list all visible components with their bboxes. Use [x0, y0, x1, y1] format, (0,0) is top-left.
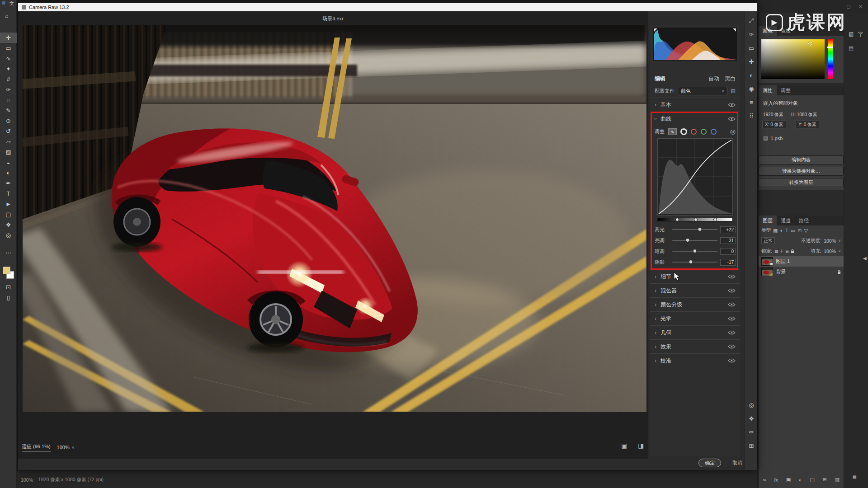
slider-thumb[interactable] [698, 227, 702, 231]
grid-icon[interactable]: ⊞ [745, 439, 758, 452]
hue-slider[interactable] [828, 39, 833, 79]
close-button[interactable]: ✕ [859, 4, 863, 9]
history-brush-tool[interactable]: ↺ [0, 126, 17, 136]
blend-mode-dropdown[interactable]: 正常 [761, 237, 775, 244]
crop-icon[interactable]: ▭ [745, 41, 758, 55]
tone-split-marker[interactable] [694, 218, 698, 221]
eye-icon[interactable] [728, 274, 736, 279]
section-curve[interactable]: › 曲线 [650, 112, 740, 126]
slider-thumb[interactable] [689, 260, 693, 264]
layer-mask-icon[interactable]: ▣ [786, 477, 791, 483]
menu-file[interactable]: 文 [9, 0, 14, 7]
tab-adjustments[interactable]: 调整 [777, 85, 795, 95]
eyedropper-tool[interactable]: ✑ [0, 84, 17, 95]
slider-thumb[interactable] [693, 249, 697, 253]
slider-value[interactable]: -17 [720, 259, 736, 266]
cr-section-row[interactable]: ›颜色分级 [650, 298, 740, 311]
heal-tool[interactable]: ◌ [0, 95, 17, 105]
slider-thumb[interactable] [686, 238, 690, 242]
hue-slider-marker[interactable] [827, 47, 833, 48]
auto-button[interactable]: 自动 [708, 75, 719, 83]
y-position-field[interactable]: Y: 0 像素 [796, 121, 819, 128]
slider-track[interactable] [672, 251, 717, 252]
minimize-button[interactable]: — [834, 4, 838, 9]
color-field[interactable] [761, 39, 825, 79]
color-field-cursor[interactable] [808, 42, 812, 46]
more-tools-icon[interactable]: ⋯ [0, 248, 17, 258]
brush-tool[interactable]: ✎ [0, 105, 17, 116]
x-position-field[interactable]: X: 0 像素 [762, 121, 786, 128]
fill-value[interactable]: 100% [824, 249, 836, 254]
foreground-color-swatch[interactable] [3, 267, 10, 274]
point-channel-icon[interactable] [681, 129, 687, 135]
highlight-clipping-icon[interactable] [733, 28, 736, 32]
preview-image[interactable] [23, 25, 646, 412]
red-channel-icon[interactable] [691, 129, 697, 135]
layer-name[interactable]: 图层 1 [776, 258, 790, 265]
info-panel-icon[interactable]: ▤ [849, 45, 854, 52]
green-channel-icon[interactable] [701, 129, 707, 135]
convert-to-layers-button[interactable]: 转换为图层 [759, 178, 844, 187]
gradient-tool[interactable]: ▨ [0, 147, 17, 157]
convert-to-linked-button[interactable]: 转换为链接对象… [759, 167, 844, 176]
filter-smart-icon[interactable]: ⊡ [797, 228, 802, 234]
tone-curve-graph[interactable] [657, 138, 733, 216]
cr-section-row[interactable]: ›光学 [650, 312, 740, 325]
profile-dropdown[interactable]: 颜色 ∨ [678, 87, 727, 95]
blur-tool[interactable]: ◒ [0, 157, 17, 168]
more-icon[interactable]: ⠿ [745, 109, 758, 122]
shape-tool[interactable]: ▢ [0, 209, 17, 220]
slider-value[interactable]: -31 [720, 237, 736, 244]
eraser-tool[interactable]: ▱ [0, 136, 17, 147]
eye-icon[interactable] [728, 302, 736, 307]
slider-track[interactable] [672, 240, 717, 241]
bw-button[interactable]: 黑白 [725, 75, 736, 83]
cancel-button[interactable]: 取消 [727, 459, 748, 467]
new-group-icon[interactable]: ▢ [810, 477, 814, 483]
hand-icon[interactable]: ❖ [745, 412, 758, 425]
quick-mask-icon[interactable]: ⊡ [0, 282, 17, 292]
layer-thumbnail[interactable] [761, 267, 773, 276]
home-icon[interactable]: ⌂ [5, 13, 8, 19]
targeted-adjustment-icon[interactable]: ◎ [730, 128, 736, 135]
tab-paths[interactable]: 路径 [795, 216, 813, 225]
status-zoom[interactable]: 100% [21, 477, 33, 483]
dialog-titlebar[interactable]: Camera Raw 13.2 [18, 3, 757, 11]
tone-split-marker[interactable] [675, 218, 679, 221]
eye-icon[interactable] [728, 288, 736, 293]
lock-move-icon[interactable]: ✛ [780, 249, 783, 253]
path-select-tool[interactable]: ► [0, 199, 17, 209]
slider-track[interactable] [672, 262, 717, 263]
white-balance-icon[interactable]: ✑ [745, 28, 758, 41]
collapse-panels-icon[interactable]: ◀ [863, 256, 867, 261]
tab-channels[interactable]: 通道 [777, 216, 795, 225]
eye-icon[interactable] [728, 358, 736, 363]
stamp-tool[interactable]: ⊙ [0, 116, 17, 126]
heal-icon[interactable]: ✚ [745, 55, 758, 68]
profile-browser-icon[interactable]: ⊞ [731, 88, 736, 94]
tab-properties[interactable]: 属性 [759, 85, 777, 95]
parametric-curve-icon[interactable]: ∿ [668, 128, 677, 135]
new-layer-icon[interactable]: ⊞ [823, 477, 827, 483]
opacity-value[interactable]: 100% [824, 238, 836, 244]
zoom-icon[interactable]: ◎ [745, 398, 758, 412]
fit-zoom-label[interactable]: 适应 (96.1%) [22, 443, 51, 451]
filter-adjustment-icon[interactable]: ◐ [780, 228, 783, 233]
lock-artboard-icon[interactable]: ⊞ [785, 249, 789, 253]
tab-layers[interactable]: 图层 [759, 216, 777, 225]
expand-icon[interactable]: ⤢ [745, 14, 758, 28]
eye-icon[interactable] [728, 117, 736, 121]
histogram[interactable] [653, 28, 737, 61]
shadow-clipping-icon[interactable] [654, 28, 657, 32]
pen-tool[interactable]: ✒ [0, 178, 17, 188]
delete-layer-icon[interactable]: ▥ [835, 477, 840, 483]
cr-section-row[interactable]: ›几何 [650, 326, 740, 339]
cr-section-row[interactable]: ›混色器 [650, 284, 740, 297]
panel-menu-icon[interactable]: ≣ [852, 474, 857, 480]
slider-track[interactable] [672, 229, 717, 230]
blue-channel-icon[interactable] [711, 129, 717, 135]
eye-icon[interactable] [728, 103, 736, 107]
tone-range-strip[interactable] [657, 218, 733, 221]
cr-section-row[interactable]: ›效果 [650, 340, 740, 353]
eye-icon[interactable] [728, 316, 736, 321]
